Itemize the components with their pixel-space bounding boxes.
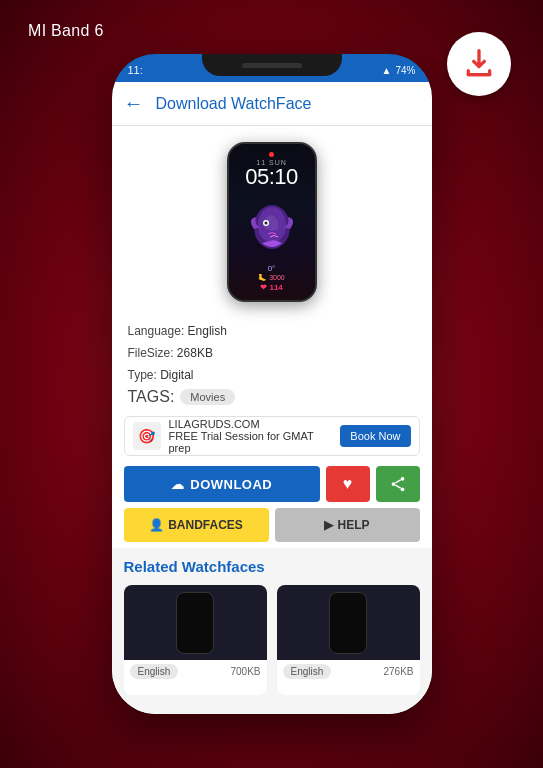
- tags-label: TAGS:: [128, 388, 175, 406]
- ad-text: LILAGRUDS.COM FREE Trial Session for GMA…: [169, 418, 333, 454]
- action-row-2: 👤 BANDFACES ▶ HELP: [112, 506, 432, 548]
- share-icon: [389, 475, 407, 493]
- bandfaces-button[interactable]: 👤 BANDFACES: [124, 508, 269, 542]
- svg-line-8: [395, 485, 400, 488]
- related-size-1: 700KB: [230, 666, 260, 677]
- watch-heart: ❤ 114: [260, 283, 283, 292]
- related-watch-1: [176, 592, 214, 654]
- watch-image-area: 11 SUN 05:10: [112, 126, 432, 314]
- download-button-label: DOWNLOAD: [190, 477, 272, 492]
- svg-point-5: [391, 482, 395, 486]
- related-card-2[interactable]: English 276KB: [277, 585, 420, 695]
- phone-notch: [202, 54, 342, 76]
- language-value: English: [188, 324, 227, 338]
- back-button[interactable]: ←: [124, 92, 144, 115]
- share-button[interactable]: [376, 466, 420, 502]
- status-time: 11:: [128, 64, 143, 76]
- favorite-button[interactable]: ♥: [326, 466, 370, 502]
- related-watch-2: [329, 592, 367, 654]
- watch-screen: 11 SUN 05:10: [229, 144, 315, 300]
- related-section: Related Watchfaces English 700KB: [112, 548, 432, 714]
- watch-time: 05:10: [245, 166, 298, 188]
- screen-content: 11 SUN 05:10: [112, 126, 432, 714]
- related-card-1-image: [124, 585, 267, 660]
- app-title: MI Band 6: [28, 22, 104, 40]
- download-fab-icon: [463, 48, 495, 80]
- ad-description: FREE Trial Session for GMAT prep: [169, 430, 333, 454]
- notch-bar: [242, 63, 302, 68]
- related-card-2-bottom: English 276KB: [277, 660, 420, 683]
- download-fab-button[interactable]: [447, 32, 511, 96]
- watch-top-info: 11 SUN 05:10: [245, 152, 298, 188]
- svg-point-4: [400, 477, 404, 481]
- help-icon: ▶: [324, 518, 333, 532]
- signal-icon: ▲: [382, 65, 392, 76]
- watch-steps: 🦶 3000: [258, 274, 285, 282]
- status-icons: ▲ 74%: [382, 65, 416, 76]
- filesize-row: FileSize: 268KB: [128, 344, 416, 362]
- download-cloud-icon: ☁: [171, 477, 185, 492]
- related-card-1[interactable]: English 700KB: [124, 585, 267, 695]
- phone-frame: 11: ▲ 74% ← Download WatchFace 11 SUN 05…: [112, 54, 432, 714]
- ad-banner: 🎯 LILAGRUDS.COM FREE Trial Session for G…: [124, 416, 420, 456]
- download-button[interactable]: ☁ DOWNLOAD: [124, 466, 320, 502]
- type-value: Digital: [160, 368, 193, 382]
- type-label: Type:: [128, 368, 161, 382]
- info-section: Language: English FileSize: 268KB Type: …: [112, 314, 432, 410]
- app-bar-title: Download WatchFace: [156, 95, 312, 113]
- tag-chip-movies[interactable]: Movies: [180, 389, 235, 405]
- watch-dot: [269, 152, 274, 157]
- related-lang-chip-2: English: [283, 664, 332, 679]
- help-label: HELP: [337, 518, 369, 532]
- help-button[interactable]: ▶ HELP: [275, 508, 420, 542]
- heart-icon: ♥: [343, 475, 353, 493]
- related-card-2-image: [277, 585, 420, 660]
- ad-source: LILAGRUDS.COM: [169, 418, 333, 430]
- svg-point-6: [400, 487, 404, 491]
- svg-line-7: [395, 480, 400, 483]
- tags-row: TAGS: Movies: [128, 388, 416, 406]
- filesize-label: FileSize:: [128, 346, 177, 360]
- language-row: Language: English: [128, 322, 416, 340]
- related-title: Related Watchfaces: [124, 558, 420, 575]
- watch-fish-art: [242, 199, 302, 254]
- related-size-2: 276KB: [383, 666, 413, 677]
- watch-bottom-stats: 0° 🦶 3000 ❤ 114: [258, 264, 285, 292]
- battery-indicator: 74%: [395, 65, 415, 76]
- bandfaces-icon: 👤: [149, 518, 164, 532]
- related-card-1-bottom: English 700KB: [124, 660, 267, 683]
- watch-temp: 0°: [268, 264, 276, 273]
- ad-book-now-button[interactable]: Book Now: [340, 425, 410, 447]
- action-row-1: ☁ DOWNLOAD ♥: [112, 462, 432, 506]
- related-lang-chip-1: English: [130, 664, 179, 679]
- watch-device: 11 SUN 05:10: [227, 142, 317, 302]
- related-grid: English 700KB English 276KB: [124, 585, 420, 695]
- app-bar: ← Download WatchFace: [112, 82, 432, 126]
- bandfaces-label: BANDFACES: [168, 518, 243, 532]
- language-label: Language:: [128, 324, 188, 338]
- fish-svg: [242, 199, 302, 254]
- type-row: Type: Digital: [128, 366, 416, 384]
- filesize-value: 268KB: [177, 346, 213, 360]
- ad-icon: 🎯: [133, 422, 161, 450]
